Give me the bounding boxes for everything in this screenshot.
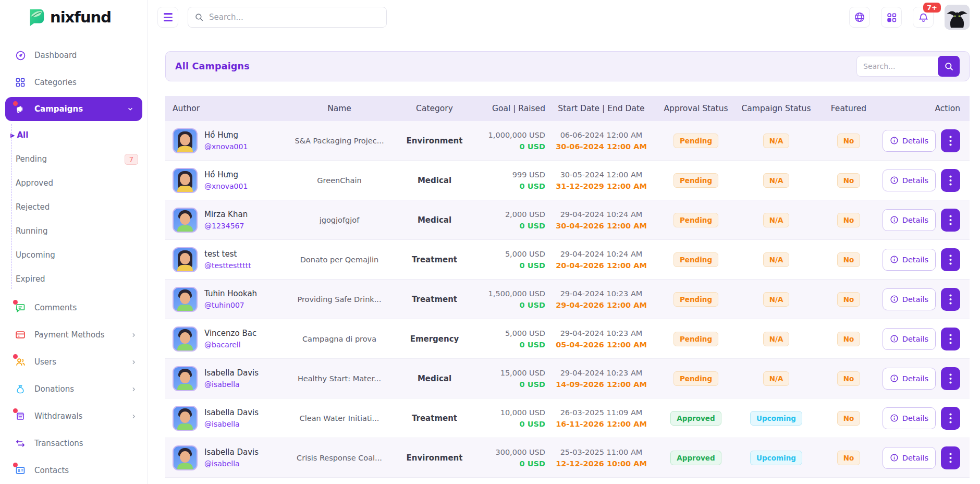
details-button[interactable]: Details: [883, 209, 936, 231]
details-button[interactable]: Details: [883, 447, 936, 469]
submenu-item-upcoming[interactable]: Upcoming: [0, 243, 148, 267]
approval-status-badge: Pending: [673, 252, 718, 267]
author-name: Tuhin Hookah: [204, 289, 257, 298]
chevron-right-icon: [130, 386, 137, 393]
sidebar-item-donations[interactable]: Donations: [0, 376, 148, 403]
approval-status-cell: Pending: [657, 292, 734, 307]
submenu-label: Rejected: [16, 202, 50, 212]
submenu-item-all[interactable]: ▶ All: [0, 123, 148, 147]
row-avatar: [173, 247, 198, 272]
user-avatar[interactable]: [945, 5, 970, 30]
author-cell: Isabella Davis @isabella: [173, 445, 279, 470]
raised-value: 0 USD: [470, 222, 545, 230]
sidebar-item-transactions[interactable]: Transactions: [0, 430, 148, 457]
table-search: [856, 56, 960, 77]
submenu-item-expired[interactable]: Expired: [0, 267, 148, 291]
submenu-item-pending[interactable]: Pending 7: [0, 147, 148, 171]
row-menu-button[interactable]: [941, 367, 960, 390]
sidebar-item-withdrawals[interactable]: Withdrawals: [0, 403, 148, 430]
sidebar-item-payment-methods[interactable]: Payment Methods: [0, 321, 148, 348]
campaign-name: jgogjofgjof: [279, 216, 399, 224]
author-name: Hồ Hưng: [204, 130, 248, 140]
approval-status-cell: Pending: [657, 371, 734, 386]
action-cell: Details: [879, 129, 960, 152]
submenu-item-approved[interactable]: Approved: [0, 171, 148, 195]
submenu-item-rejected[interactable]: Rejected: [0, 195, 148, 219]
author-handle-link[interactable]: @xnova001: [204, 142, 248, 151]
info-icon: [890, 215, 899, 224]
apps-button[interactable]: [881, 7, 902, 28]
details-button[interactable]: Details: [883, 130, 936, 152]
info-icon: [890, 334, 899, 343]
row-menu-button[interactable]: [941, 209, 960, 232]
author-cell: Isabella Davis @isabella: [173, 366, 279, 391]
details-button[interactable]: Details: [883, 170, 936, 191]
author-handle-link[interactable]: @bacarell: [204, 341, 256, 349]
sidebar-item-label: Campaigns: [34, 104, 83, 114]
page-title-bar: All Campaigns: [165, 51, 970, 81]
raised-value: 0 USD: [470, 142, 545, 151]
menu-toggle-button[interactable]: [157, 7, 178, 28]
end-date: 20-04-2026 12:00 AM: [545, 261, 657, 270]
author-handle-link[interactable]: @isabella: [204, 380, 259, 389]
brand-logo[interactable]: nixfund: [0, 0, 148, 34]
details-button[interactable]: Details: [883, 328, 936, 350]
start-date: 29-04-2024 10:24 AM: [545, 210, 657, 219]
language-button[interactable]: [849, 7, 870, 28]
table-row: Isabella Davis @isabella Clean Water Ini…: [165, 398, 970, 438]
action-cell: Details: [879, 248, 960, 271]
details-button[interactable]: Details: [883, 368, 936, 390]
details-label: Details: [902, 374, 928, 383]
details-button[interactable]: Details: [883, 249, 936, 271]
dashboard-icon: [15, 50, 26, 61]
table-search-input[interactable]: [856, 56, 941, 77]
featured-cell: No: [818, 252, 879, 267]
author-cell: Hồ Hưng @xnova001: [173, 128, 279, 153]
sidebar-item-campaigns[interactable]: Campaigns: [5, 97, 142, 121]
details-button[interactable]: Details: [883, 407, 936, 429]
comments-icon: [15, 302, 26, 313]
table-search-button[interactable]: [938, 56, 960, 77]
featured-cell: No: [818, 332, 879, 346]
row-menu-button[interactable]: [941, 407, 960, 430]
campaign-status-cell: N/A: [734, 292, 818, 307]
col-author: Author: [173, 104, 279, 113]
sidebar-item-comments[interactable]: Comments: [0, 294, 148, 321]
submenu-item-running[interactable]: Running: [0, 219, 148, 243]
author-cell: Vincenzo Bac @bacarell: [173, 326, 279, 352]
approval-status-badge: Pending: [673, 371, 718, 386]
sidebar-item-dashboard[interactable]: Dashboard: [0, 42, 148, 69]
sidebar-item-contacts[interactable]: Contacts: [0, 457, 148, 484]
featured-cell: No: [818, 213, 879, 227]
row-menu-button[interactable]: [941, 169, 960, 192]
author-handle-link[interactable]: @xnova001: [204, 182, 248, 190]
author-handle-link[interactable]: @isabella: [204, 420, 259, 428]
apps-icon: [886, 12, 897, 23]
author-handle-link[interactable]: @testtesttttt: [204, 261, 251, 270]
author-cell: Isabella Davis @isabella: [173, 406, 279, 431]
row-menu-button[interactable]: [941, 288, 960, 311]
global-search-input[interactable]: [209, 13, 380, 22]
row-menu-button[interactable]: [941, 446, 960, 469]
author-handle-link[interactable]: @isabella: [204, 459, 259, 468]
table-row: Isabella Davis @isabella Healthy Start: …: [165, 359, 970, 398]
author-name: Hồ Hưng: [204, 170, 248, 179]
action-cell: Details: [879, 328, 960, 350]
col-featured: Featured: [818, 104, 879, 113]
author-cell: Mirza Khan @1234567: [173, 208, 279, 233]
details-button[interactable]: Details: [883, 288, 936, 310]
row-menu-button[interactable]: [941, 248, 960, 271]
row-menu-button[interactable]: [941, 328, 960, 350]
sidebar-item-users[interactable]: Users: [0, 348, 148, 376]
sidebar-item-categories[interactable]: Categories: [0, 69, 148, 96]
row-avatar: [173, 326, 198, 352]
users-icon: [15, 356, 26, 368]
campaign-status-cell: N/A: [734, 371, 818, 386]
row-menu-button[interactable]: [941, 129, 960, 152]
global-search[interactable]: [188, 7, 387, 28]
author-handle-link[interactable]: @tuhin007: [204, 301, 257, 309]
approval-status-badge: Pending: [673, 213, 718, 227]
sidebar-item-label: Dashboard: [34, 51, 77, 60]
author-handle-link[interactable]: @1234567: [204, 222, 248, 230]
goal-raised-cell: 5,000 USD 0 USD: [470, 329, 545, 349]
